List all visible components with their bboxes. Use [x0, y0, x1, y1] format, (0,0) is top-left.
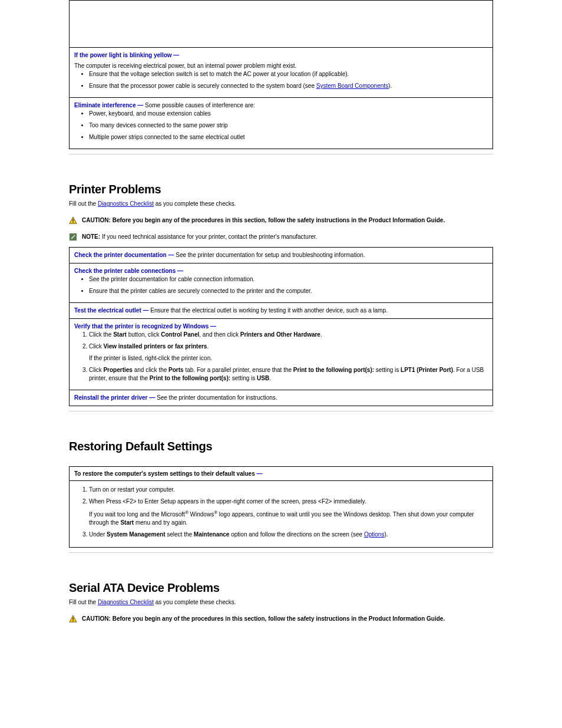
note-text: If you need technical assistance for you… [102, 233, 317, 240]
restore-box: To restore the computer's system setting… [69, 466, 493, 548]
sas-caution-row: CAUTION: Before you begin any of the pro… [69, 615, 493, 623]
svg-rect-1 [72, 219, 73, 221]
system-board-link[interactable]: System Board Components [316, 83, 388, 89]
note-pencil-icon [69, 233, 77, 241]
svg-rect-6 [72, 621, 73, 621]
printer-table: Check the printer documentation — See th… [69, 247, 493, 406]
restore-li1: Turn on or restart your computer. [89, 486, 488, 494]
svg-rect-5 [72, 618, 73, 620]
p-row1-body: See the printer documentation for setup … [176, 252, 365, 258]
divider [69, 154, 493, 154]
r2-li1: Power, keyboard, and mouse extension cab… [89, 110, 488, 118]
p-row5-body: See the printer documentation for instru… [157, 394, 277, 401]
divider-2 [69, 411, 493, 411]
diagnostics-checklist-link-1[interactable]: Diagnostics Checklist [98, 200, 154, 207]
r1-li-1: Ensure that the voltage selection switch… [89, 70, 488, 78]
divider-3 [69, 552, 493, 553]
caution-triangle-icon-2 [69, 615, 77, 623]
p-row4-ol1: Click the Start button, click Control Pa… [89, 331, 488, 339]
p-row2-li1: See the printer documentation for cable … [89, 275, 488, 284]
row-head-eliminate: Eliminate interference — [74, 102, 143, 108]
p-row1-head: Check the printer documentation — [74, 252, 174, 258]
diagnostics-checklist-link-2[interactable]: Diagnostics Checklist [98, 599, 154, 605]
caution-triangle-icon [69, 216, 77, 225]
p-row4-ol2: Click View installed printers or fax pri… [89, 342, 488, 351]
power-table: If the power light is blinking yellow — … [69, 0, 493, 149]
row-head-blinking-yellow: If the power light is blinking yellow — [74, 52, 179, 58]
p-row3-body: Ensure that the electrical outlet is wor… [150, 307, 387, 314]
sas-fill: Fill out the Diagnostics Checklist as yo… [69, 598, 493, 607]
p-row4-head: Verify that the printer is recognized by… [74, 323, 216, 330]
p-row4-ol3: Click Properties and click the Ports tab… [89, 366, 488, 383]
restore-title: Restoring Default Settings [69, 440, 493, 453]
note-row: NOTE: If you need technical assistance f… [69, 233, 493, 241]
p-row2-head: Check the printer cable connections — [74, 268, 183, 274]
p-row2-li2: Ensure that the printer cables are secur… [89, 287, 488, 295]
sas-title: Serial ATA Device Problems [69, 581, 493, 595]
options-link[interactable]: Options [364, 531, 384, 538]
r1-li-2: Ensure that the processor power cable is… [89, 82, 488, 90]
printer-problems-title: Printer Problems [69, 183, 493, 196]
r2-li3: Multiple power strips connected to the s… [89, 133, 488, 141]
restore-li3: Under System Management select the Maint… [89, 531, 488, 539]
row1-body: The computer is receiving electrical pow… [74, 62, 488, 70]
printer-fill: Fill out the Diagnostics Checklist as yo… [69, 200, 493, 208]
r2-li2: Too many devices connected to the same p… [89, 121, 488, 130]
p-row4-body2: If the printer is listed, right-click th… [89, 354, 488, 363]
r2-body: Some possible causes of interference are… [145, 102, 255, 108]
svg-rect-2 [72, 222, 73, 223]
p-row5-head: Reinstall the printer driver — [74, 394, 155, 401]
restore-li2: When Press <F2> to Enter Setup appears i… [89, 498, 488, 527]
p-row3-head: Test the electrical outlet — [74, 307, 149, 314]
caution-row: CAUTION: Before you begin any of the pro… [69, 216, 493, 225]
